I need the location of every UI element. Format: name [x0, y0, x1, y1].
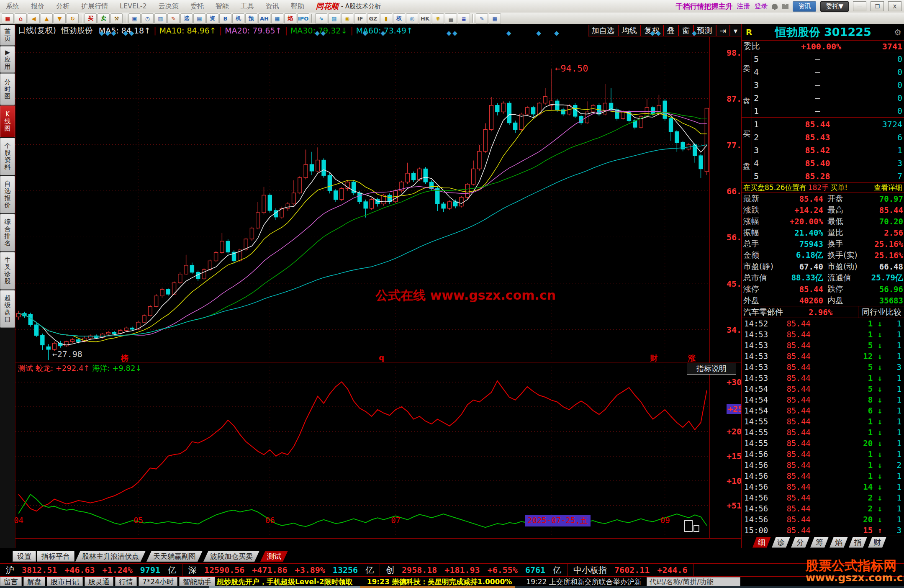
quote-tab-分[interactable]: 分 [791, 537, 809, 548]
news-item-1[interactable]: 19:23 崇德科技：吴星明完成减持1.0000% [367, 577, 512, 587]
close-button[interactable]: X [888, 1, 901, 11]
sidebar-item-▶应用[interactable]: ▶应用 [0, 46, 15, 73]
ah-icon[interactable]: AH [258, 13, 270, 24]
auction-icon[interactable]: ⚒ [110, 13, 123, 24]
notification-bell-icon[interactable] [772, 4, 778, 9]
menu-委托[interactable]: 委托 [185, 2, 210, 11]
bottom-tab-股林主升浪潜伏点[interactable]: 股林主升浪潜伏点 [75, 551, 146, 562]
menu-资讯[interactable]: 资讯 [260, 2, 285, 11]
menu-帮助[interactable]: 帮助 [285, 2, 310, 11]
status-button-7*24小时[interactable]: 7*24小时 [139, 577, 177, 587]
news-item-2[interactable]: 19:22 上交所和新交所联合举办沪新 [526, 577, 641, 587]
bottom-tab-指标平台[interactable]: 指标平台 [37, 551, 74, 562]
stock-search-input[interactable]: 代码/名称/简拼/功能 [647, 577, 740, 586]
draw-icon[interactable]: ✎ [476, 13, 488, 24]
sidebar-item-自选报价[interactable]: 自选报价 [0, 176, 15, 213]
layout-icon[interactable]: ▦ [489, 13, 501, 24]
stock-title[interactable]: 恒勃股份 301225 [775, 25, 871, 40]
target-icon[interactable]: ◎ [406, 13, 418, 24]
money-icon[interactable]: ¥ [432, 13, 444, 24]
status-button-留言[interactable]: 留言 [0, 577, 22, 587]
sidebar-item-首页[interactable]: 首页 [0, 25, 15, 46]
sell-icon[interactable]: 卖 [98, 13, 110, 24]
refresh-icon[interactable]: ↻ [67, 13, 79, 24]
menu-分析[interactable]: 分析 [50, 2, 75, 11]
zi-icon[interactable]: 资 [206, 13, 218, 24]
doc-icon[interactable]: ▤ [193, 13, 205, 24]
bottom-tab-设置[interactable]: 设置 [13, 551, 36, 562]
status-button-股灵通[interactable]: 股灵通 [85, 577, 113, 587]
bbd-icon[interactable]: B [219, 13, 231, 24]
news-icon[interactable]: ▦ [271, 13, 283, 24]
usflag-icon[interactable]: ≣ [458, 13, 470, 24]
yu-icon[interactable]: 预 [245, 13, 257, 24]
folder-icon[interactable]: ▣ [128, 13, 141, 24]
order-notice[interactable]: 在买盘85.26位置有 182手 买单! 查看详细 [742, 183, 904, 193]
clock-icon[interactable]: ◷ [141, 13, 154, 24]
indicator-chart[interactable] [15, 362, 741, 539]
pencil-icon[interactable]: ✎ [167, 13, 180, 24]
view-detail-link[interactable]: 查看详细 [874, 183, 904, 193]
register-link[interactable]: 注册 [737, 2, 750, 11]
bottom-tab-天天躺赢副图[interactable]: 天天躺赢副图 [146, 551, 203, 562]
event-marker-q[interactable]: q [379, 353, 384, 362]
logo-grid-icon[interactable]: ▦ [2, 13, 14, 24]
gear-icon[interactable]: ⚙ [894, 27, 901, 37]
status-button-解盘[interactable]: 解盘 [23, 577, 45, 587]
trend-icon[interactable]: ∿ [315, 13, 327, 24]
sidebar-item-超级盘口[interactable]: 超级盘口 [0, 290, 15, 328]
coin-icon[interactable]: ◉ [341, 13, 353, 24]
sidebar-item-综合排名[interactable]: 综合排名 [0, 214, 15, 252]
home-icon[interactable]: ⌂ [15, 13, 27, 24]
zixun-button[interactable]: 资讯 [793, 1, 816, 12]
sidebar-item-个股资料[interactable]: 个股资料 [0, 138, 15, 175]
index-中小板指[interactable]: 中小板指7602.11+244.6 [568, 564, 694, 576]
quote-tab-指[interactable]: 指 [849, 537, 867, 548]
bank-icon[interactable]: ▄ [445, 13, 457, 24]
bottom-tab-测试[interactable]: 测试 [260, 551, 288, 562]
login-link[interactable]: 登录 [754, 2, 768, 11]
status-button-智能助手[interactable]: 智能助手 [179, 577, 215, 587]
quote-tab-诊[interactable]: 诊 [772, 537, 790, 548]
menu-扩展行情[interactable]: 扩展行情 [75, 2, 114, 11]
menu-LEVEL-2[interactable]: LEVEL-2 [114, 2, 153, 11]
quote-tab-焰[interactable]: 焰 [830, 537, 848, 548]
quote-tab-筹[interactable]: 筹 [810, 537, 829, 548]
sidebar-item-K线图[interactable]: K线图 [0, 105, 15, 137]
minimize-button[interactable]: — [853, 1, 866, 11]
select-icon[interactable]: 选 [180, 13, 193, 24]
indicator-name[interactable]: 测试 [18, 363, 33, 373]
quote-tab-财[interactable]: 财 [868, 537, 886, 548]
back-icon[interactable]: ◀ [28, 13, 40, 24]
pane-maximize-icon[interactable] [684, 520, 693, 532]
quote-tab-细[interactable]: 细 [752, 537, 771, 548]
ji-icon[interactable]: 机 [232, 13, 244, 24]
status-button-股市日记[interactable]: 股市日记 [47, 577, 83, 587]
down-icon[interactable]: ▼ [54, 13, 66, 24]
candlestick-chart[interactable]: ←94.50←27.98 [15, 37, 741, 362]
ipo-icon[interactable]: IPO [297, 13, 309, 24]
indicator-help-button[interactable]: 指标说明 [687, 363, 736, 375]
index-深[interactable]: 深12590.56+471.86+3.89%13256亿 [182, 564, 380, 576]
index-创[interactable]: 创2958.18+181.93+6.55%6761亿 [380, 564, 568, 576]
skin-icon[interactable] [782, 4, 788, 9]
industry-compare-link[interactable]: 同行业比较 [858, 306, 904, 318]
hot-icon[interactable]: 焰 [284, 13, 296, 24]
menu-云决策[interactable]: 云决策 [153, 2, 185, 11]
index-沪[interactable]: 沪3812.51+46.63+1.24%9791亿 [0, 564, 182, 576]
menu-智能[interactable]: 智能 [210, 2, 235, 11]
up-icon[interactable]: ▲ [41, 13, 53, 24]
status-button-行情[interactable]: 行情 [115, 577, 137, 587]
weituo-button[interactable]: 委托▼ [820, 1, 849, 12]
menu-系统[interactable]: 系统 [0, 2, 25, 11]
quan-icon[interactable]: 权 [393, 13, 405, 24]
hk-icon[interactable]: HK [419, 13, 431, 24]
industry-row[interactable]: 汽车零部件 2.96% 同行业比较 [742, 306, 904, 318]
sidebar-item-牛叉诊股[interactable]: 牛叉诊股 [0, 252, 15, 290]
pane-restore-icon[interactable] [693, 525, 699, 532]
chart-icon[interactable]: ▨ [328, 13, 340, 24]
buy-icon[interactable]: 买 [85, 13, 97, 24]
menu-报价[interactable]: 报价 [25, 2, 50, 11]
if-icon[interactable]: IF [354, 13, 366, 24]
menu-工具[interactable]: 工具 [235, 2, 260, 11]
